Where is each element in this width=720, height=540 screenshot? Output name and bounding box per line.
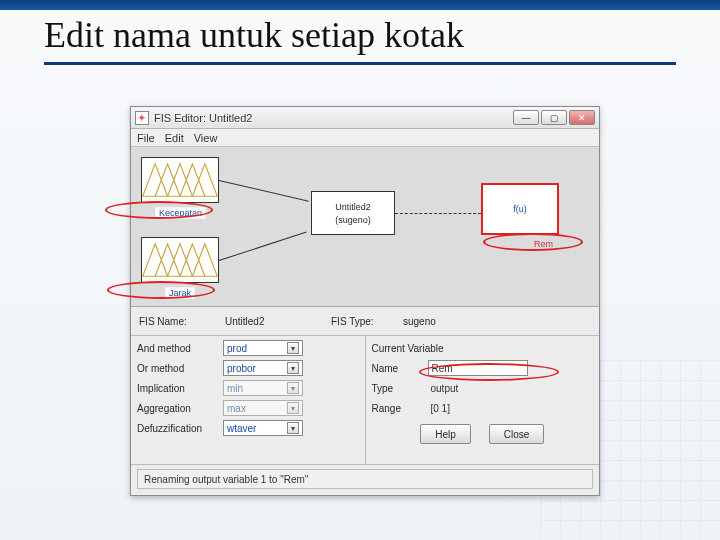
rule-box[interactable]: Untitled2 (sugeno)	[311, 191, 395, 235]
menubar: File Edit View	[131, 129, 599, 147]
maximize-button[interactable]: ▢	[541, 110, 567, 125]
cv-name-field[interactable]: Rem	[428, 360, 528, 376]
mf-curves-icon	[142, 238, 218, 282]
and-value: prod	[227, 343, 247, 354]
output-box[interactable]: f(u)	[481, 183, 559, 235]
fis-info-panel: FIS Name: Untitled2 FIS Type: sugeno	[131, 307, 599, 336]
menu-view[interactable]: View	[194, 132, 218, 144]
matlab-icon: ✦	[135, 111, 149, 125]
current-header: Current Variable	[372, 343, 444, 354]
window-titlebar[interactable]: ✦ FIS Editor: Untitled2 — ▢ ✕	[131, 107, 599, 129]
agg-select[interactable]: max ▾	[223, 400, 303, 416]
fis-name-value: Untitled2	[225, 316, 325, 327]
input2-label: Jarak	[165, 287, 195, 299]
chevron-down-icon: ▾	[287, 402, 299, 414]
chevron-down-icon: ▾	[287, 362, 299, 374]
window-title-text: FIS Editor: Untitled2	[154, 112, 508, 124]
fis-type-label: FIS Type:	[331, 316, 397, 327]
cv-type-value: output	[428, 380, 528, 396]
output-text: f(u)	[513, 204, 527, 214]
diagram-canvas: Kecepatan Jarak Untitled2 (sugeno) f(u) …	[131, 147, 599, 307]
fis-type-value: sugeno	[403, 316, 436, 327]
fis-name-label: FIS Name:	[139, 316, 219, 327]
menu-edit[interactable]: Edit	[165, 132, 184, 144]
output-label: Rem	[531, 239, 556, 249]
cv-range-value: [0 1]	[428, 400, 528, 416]
slide-title-area: Edit nama untuk setiap kotak	[44, 14, 676, 65]
fis-editor-window: ✦ FIS Editor: Untitled2 — ▢ ✕ File Edit …	[130, 106, 600, 496]
and-label: And method	[137, 343, 217, 354]
chevron-down-icon: ▾	[287, 342, 299, 354]
or-value: probor	[227, 363, 256, 374]
chevron-down-icon: ▾	[287, 382, 299, 394]
close-window-button[interactable]: ✕	[569, 110, 595, 125]
statusbar: Renaming output variable 1 to "Rem"	[137, 469, 593, 489]
help-label: Help	[435, 429, 456, 440]
agg-label: Aggregation	[137, 403, 217, 414]
cv-type-label: Type	[372, 383, 422, 394]
input1-box[interactable]	[141, 157, 219, 203]
or-select[interactable]: probor ▾	[223, 360, 303, 376]
help-button[interactable]: Help	[420, 424, 471, 444]
cv-range-label: Range	[372, 403, 422, 414]
defuzz-select[interactable]: wtaver ▾	[223, 420, 303, 436]
mf-curves-icon	[142, 158, 218, 202]
input1-label: Kecepatan	[155, 207, 206, 219]
current-variable-column: Current Variable Name Rem Type output Ra…	[366, 336, 600, 464]
agg-value: max	[227, 403, 246, 414]
slide-title: Edit nama untuk setiap kotak	[44, 14, 676, 56]
connector-line	[219, 180, 309, 202]
rule-name: Untitled2	[335, 202, 371, 212]
rule-type: (sugeno)	[335, 215, 371, 225]
imp-select[interactable]: min ▾	[223, 380, 303, 396]
status-text: Renaming output variable 1 to "Rem"	[144, 474, 308, 485]
cv-name-value: Rem	[432, 363, 453, 374]
defuzz-value: wtaver	[227, 423, 256, 434]
chevron-down-icon: ▾	[287, 422, 299, 434]
settings-panel: And method prod ▾ Or method probor ▾ Imp…	[131, 336, 599, 465]
cv-name-label: Name	[372, 363, 422, 374]
imp-label: Implication	[137, 383, 217, 394]
close-label: Close	[504, 429, 530, 440]
and-select[interactable]: prod ▾	[223, 340, 303, 356]
input2-box[interactable]	[141, 237, 219, 283]
connector-line	[219, 232, 307, 261]
connector-dash	[395, 213, 481, 214]
slide-title-underline	[44, 62, 676, 65]
close-button[interactable]: Close	[489, 424, 545, 444]
methods-column: And method prod ▾ Or method probor ▾ Imp…	[131, 336, 365, 464]
minimize-button[interactable]: —	[513, 110, 539, 125]
menu-file[interactable]: File	[137, 132, 155, 144]
slide-top-strip	[0, 0, 720, 10]
imp-value: min	[227, 383, 243, 394]
defuzz-label: Defuzzification	[137, 423, 217, 434]
or-label: Or method	[137, 363, 217, 374]
